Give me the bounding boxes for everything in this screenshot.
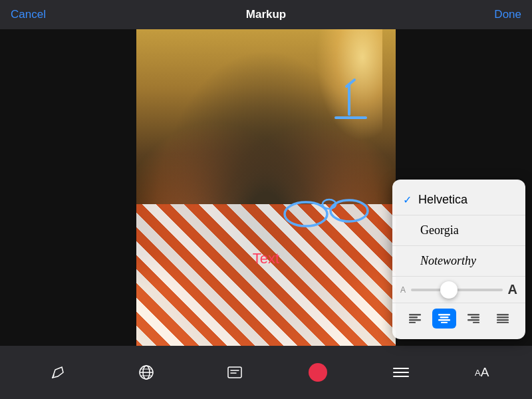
svg-rect-12	[438, 319, 450, 321]
align-left-button[interactable]	[403, 309, 427, 329]
noteworthy-label: Noteworthy	[420, 254, 476, 268]
align-right-button[interactable]	[462, 309, 485, 329]
svg-rect-13	[441, 322, 448, 323]
helvetica-checkmark: ✓	[403, 194, 412, 206]
svg-rect-19	[497, 317, 509, 319]
color-picker-dot[interactable]	[309, 363, 327, 382]
svg-rect-16	[467, 319, 479, 321]
top-bar: Cancel Markup Done	[0, 0, 532, 29]
size-slider-track[interactable]	[411, 289, 503, 291]
photo-container[interactable]: Text	[136, 21, 396, 354]
font-item-helvetica[interactable]: ✓ Helvetica	[392, 185, 525, 215]
svg-rect-10	[438, 314, 450, 316]
svg-rect-11	[440, 317, 449, 319]
cat-photo	[136, 21, 396, 354]
font-picker-popup: ✓ Helvetica Georgia Noteworthy A A	[392, 180, 525, 339]
svg-rect-9	[409, 322, 416, 323]
svg-rect-21	[497, 322, 509, 323]
svg-rect-14	[467, 314, 479, 316]
svg-rect-17	[473, 322, 479, 323]
helvetica-label: Helvetica	[418, 193, 467, 207]
font-size-button[interactable]: AA	[475, 365, 489, 380]
size-slider-row: A A	[392, 276, 525, 303]
svg-rect-27	[228, 367, 241, 378]
small-a-label: A	[475, 368, 481, 378]
large-a-label: A	[481, 365, 489, 379]
page-title: Markup	[246, 8, 286, 21]
svg-rect-15	[471, 317, 479, 319]
size-label-large: A	[508, 282, 517, 297]
svg-rect-6	[409, 314, 421, 316]
size-label-small: A	[400, 285, 406, 295]
align-justify-button[interactable]	[491, 309, 515, 329]
svg-rect-20	[497, 319, 509, 321]
font-item-georgia[interactable]: Georgia	[392, 215, 525, 245]
lamp-light	[316, 21, 382, 141]
cancel-button[interactable]: Cancel	[11, 8, 46, 21]
svg-rect-18	[497, 314, 509, 316]
svg-rect-8	[409, 319, 421, 321]
bottom-toolbar: AA	[0, 346, 532, 399]
size-slider-thumb[interactable]	[440, 281, 458, 299]
align-center-button[interactable]	[432, 309, 456, 329]
blanket-pattern	[136, 204, 396, 354]
globe-button[interactable]	[132, 358, 161, 387]
text-box-button[interactable]	[220, 358, 249, 387]
align-row	[392, 303, 525, 334]
georgia-label: Georgia	[420, 223, 459, 237]
pen-tool-button[interactable]	[43, 358, 72, 387]
font-item-noteworthy[interactable]: Noteworthy	[392, 246, 525, 276]
lines-button[interactable]	[386, 358, 416, 387]
svg-rect-7	[409, 317, 418, 319]
done-button[interactable]: Done	[494, 8, 521, 21]
